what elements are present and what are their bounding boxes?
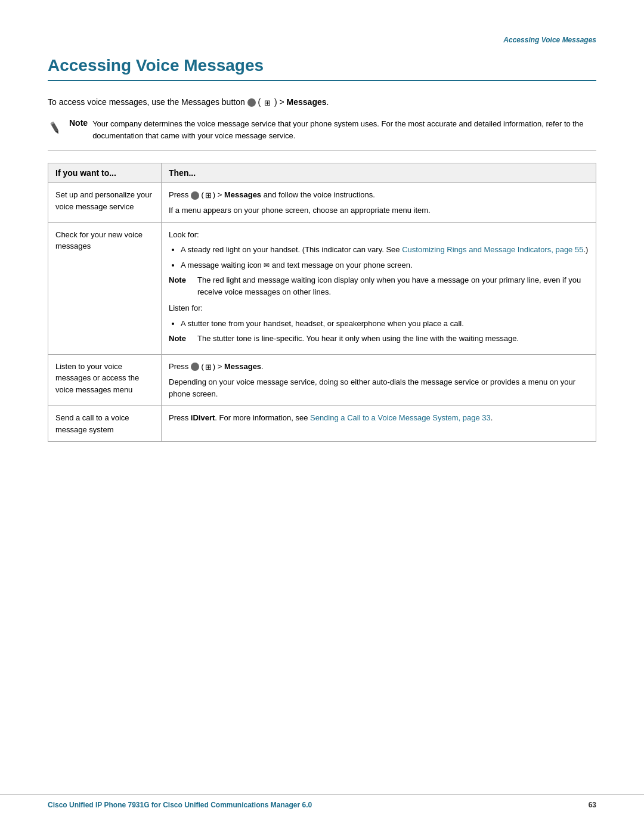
row3-col1: Listen to your voice messages or access … — [48, 354, 162, 405]
inner-note-1: Note The red light and message waiting i… — [169, 274, 589, 298]
row2-col2: Look for: A steady red light on your han… — [162, 222, 596, 354]
row2-bullet-list2: A stutter tone from your handset, headse… — [181, 318, 589, 330]
table-row: Listen to your voice messages or access … — [48, 354, 596, 405]
row3-line1: Press (⊞) > Messages. — [169, 361, 589, 373]
grid-icon-3: ⊞ — [205, 361, 212, 373]
col1-header: If you want to... — [48, 163, 162, 183]
table-row: Set up and personalize your voice messag… — [48, 183, 596, 223]
row1-col1: Set up and personalize your voice messag… — [48, 183, 162, 223]
inner-note-text-2: The stutter tone is line-specific. You h… — [197, 333, 519, 345]
section-title: Accessing Voice Messages — [503, 36, 596, 44]
intro-paragraph: To access voice messages, use the Messag… — [48, 96, 596, 109]
note-body: Your company determines the voice messag… — [92, 118, 596, 141]
inner-note-2: Note The stutter tone is line-specific. … — [169, 333, 589, 345]
col2-header: Then... — [162, 163, 596, 183]
inner-note-label-2: Note — [169, 333, 194, 345]
press-circle-icon — [191, 191, 199, 200]
row1-line1: Press (⊞) > Messages and follow the voic… — [169, 189, 589, 201]
row2-bullet-list: A steady red light on your handset. (Thi… — [181, 244, 589, 271]
row4-text: Press iDivert. For more information, see… — [169, 412, 589, 424]
messages-button-icon — [247, 98, 256, 107]
customizing-link[interactable]: Customizing Rings and Message Indicators… — [402, 245, 583, 254]
row1-line2: If a menu appears on your phone screen, … — [169, 205, 589, 216]
intro-text: To access voice messages, use the Messag… — [48, 97, 245, 107]
page: Accessing Voice Messages Accessing Voice… — [0, 0, 644, 833]
idivert-link[interactable]: Sending a Call to a Voice Message System… — [310, 413, 491, 422]
bullet-item: A message waiting icon ✉ and text messag… — [181, 259, 589, 271]
press-circle-icon-2 — [191, 363, 199, 371]
page-footer: Cisco Unified IP Phone 7931G for Cisco U… — [0, 794, 644, 809]
bullet-item: A steady red light on your handset. (Thi… — [181, 244, 589, 256]
note-label: Note — [69, 118, 88, 141]
row2-col1: Check for your new voice messages — [48, 222, 162, 354]
page-header: Accessing Voice Messages — [0, 0, 644, 50]
note-section: Note Your company determines the voice m… — [48, 118, 596, 151]
inner-note-label: Note — [169, 274, 194, 286]
envelope-icon: ✉ — [264, 260, 270, 271]
pencil-icon — [48, 119, 62, 136]
row1-col2: Press (⊞) > Messages and follow the voic… — [162, 183, 596, 223]
footer-page-number: 63 — [589, 801, 596, 809]
grid-icon-2: ⊞ — [205, 190, 212, 202]
row3-line2: Depending on your voice message service,… — [169, 376, 589, 400]
content-area: Accessing Voice Messages To access voice… — [0, 56, 644, 442]
note-pencil-area — [48, 119, 62, 138]
note-content: Note Your company determines the voice m… — [69, 118, 596, 141]
row4-col2: Press iDivert. For more information, see… — [162, 406, 596, 442]
intro-suffix: ) > Messages. — [274, 97, 329, 107]
row2-look: Look for: — [169, 229, 589, 241]
footer-left: Cisco Unified IP Phone 7931G for Cisco U… — [48, 801, 312, 809]
bullet-item: A stutter tone from your handset, headse… — [181, 318, 589, 330]
intro-parens-open: ( — [258, 97, 261, 107]
table-row: Send a call to a voice message system Pr… — [48, 406, 596, 442]
page-title: Accessing Voice Messages — [48, 56, 596, 75]
inner-note-text: The red light and message waiting icon d… — [197, 274, 589, 298]
title-divider — [48, 80, 596, 81]
main-table: If you want to... Then... Set up and per… — [48, 163, 596, 442]
row4-col1: Send a call to a voice message system — [48, 406, 162, 442]
row2-listen: Listen for: — [169, 302, 589, 314]
grid-icon: ⊞ — [264, 97, 271, 109]
table-row: Check for your new voice messages Look f… — [48, 222, 596, 354]
table-header-row: If you want to... Then... — [48, 163, 596, 183]
row3-col2: Press (⊞) > Messages. Depending on your … — [162, 354, 596, 405]
